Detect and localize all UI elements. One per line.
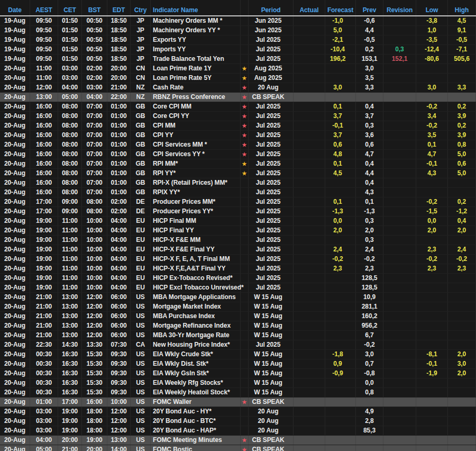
cell-actual [294, 398, 325, 407]
column-header-ctry[interactable]: Ctry [131, 5, 151, 15]
importance-star-icon: ★ [242, 151, 247, 157]
table-body: 19-Aug09:5001:5000:5018:50JPMachinery Or… [0, 16, 476, 451]
cell-edt: 12:00 [107, 417, 131, 426]
column-header-indicator[interactable]: Indicator Name [151, 5, 241, 15]
table-row[interactable]: 20-Aug21:0013:0012:0006:00USMBA 30-Yr Mo… [0, 331, 476, 340]
table-row[interactable]: 20-Aug19:0011:0010:0004:00EUHICP Final Y… [0, 226, 476, 236]
table-row[interactable]: 20-Aug19:0011:0010:0004:00EUHICP-X F&E F… [0, 245, 476, 255]
cell-edt: 06:00 [107, 331, 131, 340]
table-row[interactable]: 19-Aug09:5001:5000:5018:50JPTrade Balanc… [0, 55, 476, 64]
table-row[interactable]: 20-Aug21:0013:0012:0006:00USMortgage Mar… [0, 302, 476, 312]
cell-cet: 08:00 [58, 140, 82, 149]
cell-revision [383, 207, 416, 216]
cell-low: 1,0 [416, 26, 448, 35]
cell-low: 2,3 [416, 264, 448, 273]
column-header-cet[interactable]: CET [58, 5, 82, 15]
cell-period: CB SPEAK [249, 93, 294, 102]
table-row[interactable]: 20-Aug19:0011:0010:0004:00EUHICP-X F&E M… [0, 236, 476, 245]
cell-edt: 02:00 [107, 207, 131, 216]
table-row[interactable]: 20-Aug03:0019:0018:0012:00US20Y Bond Auc… [0, 417, 476, 426]
column-header-period[interactable]: Period [249, 5, 294, 15]
cell-prev: 4,3 [356, 188, 383, 197]
table-row[interactable]: 20-Aug03:0019:0018:0012:00US20Y Bond Auc… [0, 407, 476, 417]
cell-high: 2,3 [448, 264, 476, 273]
cell-prev: -0,6 [356, 16, 383, 25]
column-header-edt[interactable]: EDT [107, 5, 131, 15]
table-row[interactable]: 20-Aug19:0011:0010:0004:00EUHICP-X F, E,… [0, 255, 476, 264]
table-row[interactable]: 20-Aug16:0008:0007:0001:00GBCPI MM★Jul 2… [0, 121, 476, 131]
table-row[interactable]: 19-Aug09:5001:5000:5018:50JPExports YYJu… [0, 35, 476, 45]
cell-actual [294, 283, 325, 292]
cell-actual [294, 169, 325, 178]
cell-edt: 10:00 [107, 398, 131, 407]
cell-aest: 19:00 [30, 274, 58, 283]
table-row[interactable]: 20-Aug21:0013:0012:0006:00USMortgage Ref… [0, 321, 476, 331]
star-cell-empty [241, 378, 249, 387]
column-header-aest[interactable]: AEST [30, 5, 58, 15]
table-row[interactable]: 20-Aug19:0011:0010:0004:00EUHICP Excl To… [0, 283, 476, 293]
table-row[interactable]: 20-Aug04:0020:0019:0013:00USFOMC Meeting… [0, 436, 476, 445]
table-row[interactable]: 20-Aug16:0008:0007:0001:00GBRPIX YY*Jul … [0, 188, 476, 197]
table-row[interactable]: 20-Aug19:0011:0010:0004:00EUHICP Final M… [0, 217, 476, 226]
table-row[interactable]: 20-Aug00:3016:3015:3009:30USEIA Wkly Cru… [0, 350, 476, 359]
table-row[interactable]: 20-Aug03:0019:0018:0012:00US20Y Bond Auc… [0, 426, 476, 436]
table-row[interactable]: 20-Aug21:0013:0012:0006:00USMBA Mortgage… [0, 293, 476, 302]
table-row[interactable]: 19-Aug09:5001:5000:5018:50JPMachinery Or… [0, 16, 476, 26]
column-header-bst[interactable]: BST [82, 5, 107, 15]
table-row[interactable]: 20-Aug00:3016:3015:3009:30USEIA Weekly H… [0, 388, 476, 398]
table-row[interactable]: 20-Aug00:3016:3015:3009:30USEIA Wkly Dis… [0, 359, 476, 369]
table-row[interactable]: 20-Aug16:0008:0007:0001:00GBRPI MM*★Jul … [0, 159, 476, 169]
cell-date: 20-Aug [0, 378, 30, 387]
column-header-date[interactable]: Date [0, 5, 30, 15]
importance-star-icon: ★ [241, 121, 249, 130]
cell-ctry: EU [131, 283, 151, 292]
table-row[interactable]: 19-Aug09:5001:5000:5018:50JPMachinery Or… [0, 26, 476, 35]
table-row[interactable]: 20-Aug17:0009:0008:0002:00DEProducer Pri… [0, 207, 476, 217]
table-row[interactable]: 20-Aug21:0013:0012:0006:00USMBA Purchase… [0, 312, 476, 321]
table-row[interactable]: 20-Aug16:0008:0007:0001:00GBCore CPI YY★… [0, 112, 476, 121]
column-header-low[interactable]: Low [416, 5, 448, 15]
star-cell-empty [241, 407, 249, 416]
table-row[interactable]: 20-Aug16:0008:0007:0001:00GBCPI YY★Jul 2… [0, 131, 476, 140]
table-row[interactable]: 20-Aug16:0008:0007:0001:00GBRPI-X (Retai… [0, 178, 476, 188]
top-strip-cell [249, 0, 294, 5]
table-row[interactable]: 20-Aug00:3016:3015:3009:30USEIA Weekly R… [0, 378, 476, 388]
table-row[interactable]: 20-Aug19:0011:0010:0004:00EUHICP-X F,E,A… [0, 264, 476, 274]
cell-aest: 03:00 [30, 426, 58, 435]
table-row[interactable]: 20-Aug16:0008:0007:0001:00GBCore CPI MM★… [0, 102, 476, 112]
table-row[interactable]: 20-Aug13:0005:0004:0022:00NZRBNZ Press C… [0, 93, 476, 102]
cell-aest: 09:50 [30, 16, 58, 25]
table-row[interactable]: 20-Aug05:0021:0020:0014:00USFOMC Bostic★… [0, 445, 476, 451]
cell-high: 9,1 [448, 26, 476, 35]
column-header-revision[interactable]: Revision [383, 5, 416, 15]
cell-date: 20-Aug [0, 64, 30, 73]
table-row[interactable]: 20-Aug16:0008:0007:0001:00GBCPI Services… [0, 150, 476, 159]
cell-high [448, 74, 476, 83]
table-row[interactable]: 20-Aug11:0003:0002:0020:00CNLoan Prime R… [0, 74, 476, 83]
cell-date: 20-Aug [0, 293, 30, 302]
cell-high: 0,8 [448, 140, 476, 149]
table-row[interactable]: 19-Aug09:5001:5000:5018:50JPImports YYJu… [0, 45, 476, 55]
cell-cet: 14:30 [58, 340, 82, 349]
table-row[interactable]: 20-Aug01:0017:0016:0010:00USFOMC Waller★… [0, 398, 476, 407]
cell-forecast: 0,6 [325, 140, 356, 149]
cell-bst: 00:50 [82, 26, 107, 35]
table-row[interactable]: 20-Aug22:3014:3013:3007:30CANew Housing … [0, 340, 476, 350]
table-row[interactable]: 20-Aug19:0011:0010:0004:00EUHICP Ex-Toba… [0, 274, 476, 283]
column-header-actual[interactable]: Actual [294, 5, 325, 15]
column-header-forecast[interactable]: Forecast [325, 5, 356, 15]
table-row[interactable]: 20-Aug11:0003:0002:0020:00CNLoan Prime R… [0, 64, 476, 74]
cell-period: Jul 2025 [249, 226, 294, 235]
column-header-star[interactable] [241, 5, 249, 15]
table-row[interactable]: 20-Aug17:0009:0008:0002:00DEProducer Pri… [0, 197, 476, 207]
table-row[interactable]: 20-Aug00:3016:3015:3009:30USEIA Wkly Gsl… [0, 369, 476, 378]
table-row[interactable]: 20-Aug16:0008:0007:0001:00GBRPI YY*★Jul … [0, 169, 476, 178]
table-row[interactable]: 20-Aug16:0008:0007:0001:00GBCPI Services… [0, 140, 476, 150]
cell-cet: 16:30 [58, 359, 82, 368]
cell-forecast [325, 283, 356, 292]
column-header-high[interactable]: High [448, 5, 476, 15]
cell-high: 0,4 [448, 217, 476, 226]
column-header-prev[interactable]: Prev [356, 5, 383, 15]
cell-indicator: RPI MM* [151, 159, 241, 168]
table-row[interactable]: 20-Aug12:0004:0003:0021:00NZCash Rate★20… [0, 83, 476, 93]
